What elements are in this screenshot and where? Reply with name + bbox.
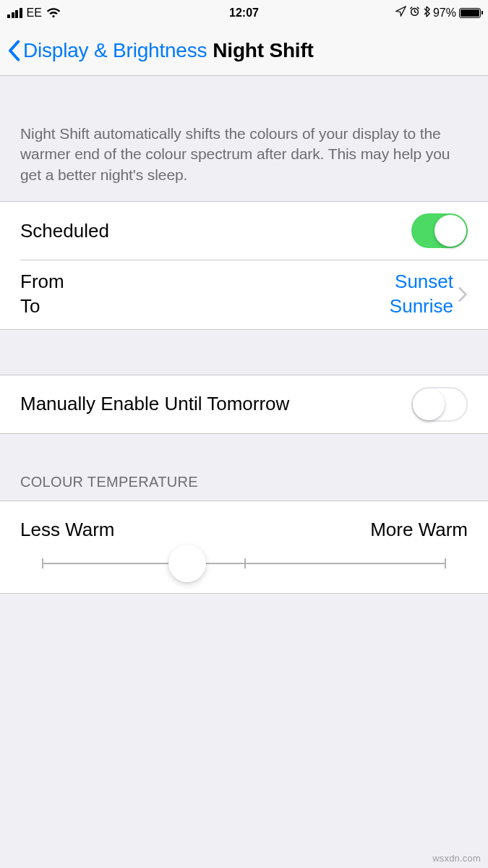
scheduled-toggle[interactable] (411, 213, 468, 248)
bluetooth-icon (423, 6, 430, 20)
alarm-icon (409, 6, 420, 20)
schedule-time-row[interactable]: From To Sunset Sunrise (0, 260, 488, 329)
page-title: Night Shift (213, 39, 313, 62)
back-label: Display & Brightness (23, 39, 207, 62)
battery-icon (459, 8, 481, 18)
wifi-icon (46, 8, 61, 18)
status-right: 97% (395, 6, 481, 20)
battery-pct-label: 97% (433, 7, 456, 20)
slider-thumb[interactable] (168, 545, 206, 582)
from-label: From (20, 270, 64, 294)
watermark: wsxdn.com (432, 853, 481, 864)
signal-icon (7, 8, 22, 18)
schedule-time-labels: From To (20, 270, 64, 319)
temperature-slider[interactable] (20, 563, 468, 564)
temperature-slider-cell: Less Warm More Warm (0, 501, 488, 593)
more-warm-label: More Warm (370, 519, 468, 541)
chevron-left-icon (7, 40, 20, 61)
schedule-time-values: Sunset Sunrise (390, 270, 453, 319)
chevron-right-icon (458, 286, 468, 302)
back-button[interactable]: Display & Brightness (7, 39, 207, 62)
scheduled-row: Scheduled (0, 202, 488, 260)
status-left: EE (7, 7, 61, 20)
scheduled-label: Scheduled (20, 220, 109, 242)
less-warm-label: Less Warm (20, 519, 115, 541)
location-icon (395, 6, 406, 20)
colour-temperature-group: Less Warm More Warm (0, 501, 488, 594)
manual-enable-row: Manually Enable Until Tomorrow (0, 375, 488, 433)
to-value: Sunrise (390, 294, 453, 319)
carrier-label: EE (27, 7, 42, 20)
manual-enable-toggle[interactable] (411, 387, 468, 422)
scheduled-group: Scheduled From To Sunset Sunrise (0, 201, 488, 330)
status-bar: EE 12:07 97% (0, 0, 488, 25)
to-label: To (20, 294, 64, 319)
status-time: 12:07 (229, 7, 259, 20)
colour-temperature-header: COLOUR TEMPERATURE (0, 434, 488, 501)
manual-enable-label: Manually Enable Until Tomorrow (20, 393, 289, 415)
description-text: Night Shift automatically shifts the col… (0, 76, 488, 201)
nav-bar: Display & Brightness Night Shift (0, 25, 488, 76)
from-value: Sunset (395, 270, 453, 294)
manual-group: Manually Enable Until Tomorrow (0, 375, 488, 434)
